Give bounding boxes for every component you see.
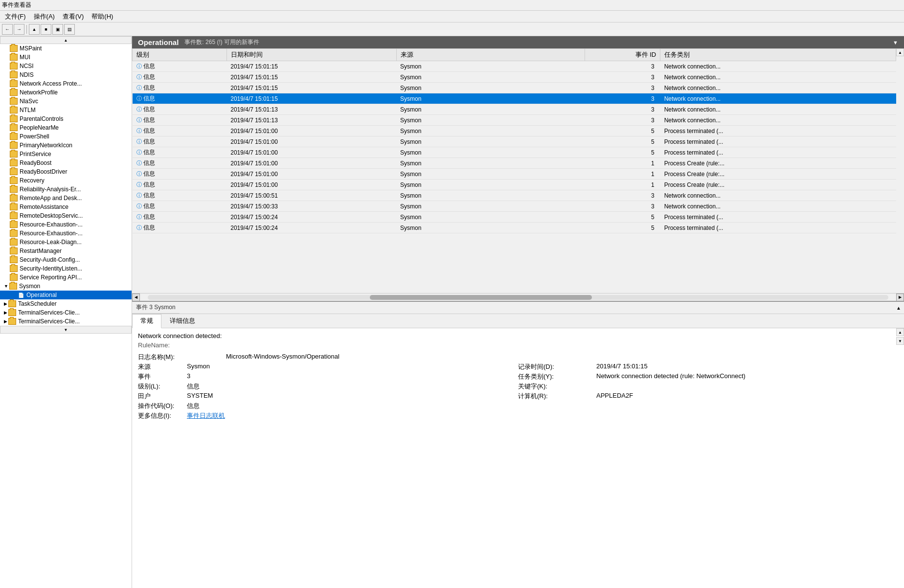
sidebar-item[interactable]: RemoteDesktopServic...: [0, 211, 132, 220]
col-level[interactable]: 级别: [133, 49, 227, 61]
table-row[interactable]: ⓘ信息 2019/4/7 15:00:33 Sysmon 3 Network c…: [133, 201, 896, 212]
sidebar-item[interactable]: PeopleNearMe: [0, 123, 132, 132]
sidebar-item[interactable]: Network Access Prote...: [0, 79, 132, 88]
toolbar-btn1[interactable]: ▲: [29, 24, 40, 35]
detail-expand-btn[interactable]: ▲: [893, 304, 904, 312]
sidebar-item[interactable]: MUI: [0, 53, 132, 62]
h-scroll-area[interactable]: ◀ ▶: [132, 293, 904, 301]
h-scroll-right[interactable]: ▶: [896, 294, 904, 301]
sidebar-item[interactable]: RemoteApp and Desk...: [0, 194, 132, 203]
sidebar-item[interactable]: Resource-Exhaustion-...: [0, 229, 132, 238]
table-row[interactable]: ⓘ信息 2019/4/7 15:01:00 Sysmon 1 Process C…: [133, 169, 896, 180]
cell-id: 3: [585, 201, 660, 212]
table-row[interactable]: ⓘ信息 2019/4/7 15:01:00 Sysmon 5 Process t…: [133, 147, 896, 158]
table-scroll-up[interactable]: ▲: [896, 48, 904, 56]
sidebar-item[interactable]: ReadyBoost: [0, 158, 132, 167]
sidebar-item[interactable]: ▶ TerminalServices-Clie...: [0, 308, 132, 317]
toolbar-back[interactable]: ←: [2, 24, 13, 35]
expand-icon: ▶: [4, 310, 7, 315]
source-value: Sysmon: [187, 362, 518, 371]
sidebar-item-label: NTLM: [20, 107, 36, 113]
sidebar-item[interactable]: NlaSvc: [0, 97, 132, 106]
sidebar-item-label: ReadyBoostDriver: [20, 168, 67, 175]
sidebar-item[interactable]: ReadyBoostDriver: [0, 167, 132, 176]
table-row[interactable]: ⓘ信息 2019/4/7 15:01:13 Sysmon 3 Network c…: [133, 115, 896, 126]
sidebar-item[interactable]: NCSI: [0, 62, 132, 70]
cell-level: ⓘ信息: [133, 136, 227, 147]
menu-action[interactable]: 操作(A): [30, 11, 59, 22]
sidebar-item[interactable]: ParentalControls: [0, 114, 132, 123]
sidebar-item[interactable]: NDIS: [0, 70, 132, 79]
table-row[interactable]: ⓘ信息 2019/4/7 15:01:13 Sysmon 3 Network c…: [133, 104, 896, 115]
sidebar-item[interactable]: NTLM: [0, 106, 132, 114]
table-row[interactable]: ⓘ信息 2019/4/7 15:01:15 Sysmon 3 Network c…: [133, 72, 896, 83]
sidebar-scroll-down[interactable]: ▼: [0, 326, 132, 334]
detail-scroll-btns: ▲ ▼: [896, 328, 904, 345]
detail-scroll-up[interactable]: ▲: [896, 328, 904, 336]
sidebar-item[interactable]: RemoteAssistance: [0, 203, 132, 211]
sidebar-item[interactable]: ▶ TaskScheduler: [0, 299, 132, 308]
level-label: 级别(L):: [138, 382, 187, 391]
sidebar-item[interactable]: ▶ TerminalServices-Clie...: [0, 317, 132, 326]
sidebar-item-label: MUI: [20, 54, 30, 61]
cell-datetime: 2019/4/7 15:00:33: [226, 201, 396, 212]
sidebar-item[interactable]: RestartManager: [0, 247, 132, 255]
sidebar-item[interactable]: Security-Audit-Config...: [0, 255, 132, 264]
folder-icon: [10, 71, 18, 78]
sidebar-item[interactable]: Resource-Leak-Diagn...: [0, 238, 132, 247]
cell-category: Network connection...: [660, 190, 896, 201]
sidebar-item-recovery[interactable]: Recovery: [0, 176, 132, 185]
cell-datetime: 2019/4/7 15:01:13: [226, 104, 396, 115]
sidebar-item[interactable]: PrimaryNetworkIcon: [0, 141, 132, 150]
menu-file[interactable]: 文件(F): [1, 11, 30, 22]
table-row[interactable]: ⓘ信息 2019/4/7 15:00:51 Sysmon 3 Network c…: [133, 190, 896, 201]
cell-source: Sysmon: [396, 104, 585, 115]
toolbar-btn3[interactable]: ▣: [52, 24, 63, 35]
sidebar-item[interactable]: Reliability-Analysis-Er...: [0, 185, 132, 194]
toolbar-btn4[interactable]: ▤: [64, 24, 75, 35]
tab-general[interactable]: 常规: [132, 314, 161, 328]
cell-id: 1: [585, 169, 660, 180]
panel-collapse-btn[interactable]: ▼: [893, 40, 898, 45]
sidebar-scroll-up[interactable]: ▲: [0, 36, 132, 44]
table-row[interactable]: ⓘ信息 2019/4/7 15:01:15 Sysmon 3 Network c…: [133, 61, 896, 72]
col-datetime[interactable]: 日期和时间: [226, 49, 396, 61]
col-category[interactable]: 任务类别: [660, 49, 896, 61]
cell-id: 3: [585, 61, 660, 72]
folder-icon: [10, 142, 18, 149]
col-eventid[interactable]: 事件 ID: [585, 49, 660, 61]
user-value: SYSTEM: [187, 392, 518, 401]
table-row[interactable]: ⓘ信息 2019/4/7 15:01:15 Sysmon 3 Network c…: [133, 93, 896, 104]
sidebar-item[interactable]: NetworkProfile: [0, 88, 132, 97]
table-row[interactable]: ⓘ信息 2019/4/7 15:01:00 Sysmon 5 Process t…: [133, 126, 896, 136]
sidebar-item[interactable]: MSPaint: [0, 44, 132, 53]
table-row[interactable]: ⓘ信息 2019/4/7 15:01:15 Sysmon 3 Network c…: [133, 83, 896, 93]
table-row[interactable]: ⓘ信息 2019/4/7 15:00:24 Sysmon 5 Process t…: [133, 212, 896, 223]
more-info-link[interactable]: 事件日志联机: [187, 411, 518, 420]
sidebar-item-operational[interactable]: 📄 Operational: [0, 291, 132, 299]
h-scroll-track: [148, 295, 888, 300]
table-row[interactable]: ⓘ信息 2019/4/7 15:01:00 Sysmon 5 Process t…: [133, 136, 896, 147]
col-source[interactable]: 来源: [396, 49, 585, 61]
expand-icon: ▶: [4, 301, 7, 306]
detail-scroll-down[interactable]: ▼: [896, 337, 904, 345]
table-row[interactable]: ⓘ信息 2019/4/7 15:00:24 Sysmon 5 Process t…: [133, 223, 896, 233]
sidebar-item[interactable]: PowerShell: [0, 132, 132, 141]
cell-source: Sysmon: [396, 61, 585, 72]
sidebar-item[interactable]: Service Reporting API...: [0, 273, 132, 282]
event-table-scroll[interactable]: 级别 日期和时间 来源 事件 ID 任务类别 ⓘ信息 2019/4/7 15:0…: [132, 48, 896, 293]
h-scroll-left[interactable]: ◀: [132, 294, 140, 301]
toolbar-btn2[interactable]: ■: [41, 24, 51, 35]
sidebar-item[interactable]: Security-IdentityListen...: [0, 264, 132, 273]
toolbar-forward[interactable]: →: [14, 24, 24, 35]
cell-source: Sysmon: [396, 169, 585, 180]
sidebar-item[interactable]: PrintService: [0, 150, 132, 158]
cell-category: Process Create (rule:...: [660, 180, 896, 190]
sidebar-item-sysmon[interactable]: ▼ Sysmon: [0, 282, 132, 291]
tab-details[interactable]: 详细信息: [161, 314, 203, 328]
table-row[interactable]: ⓘ信息 2019/4/7 15:01:00 Sysmon 1 Process C…: [133, 158, 896, 169]
menu-view[interactable]: 查看(V): [59, 11, 88, 22]
menu-help[interactable]: 帮助(H): [88, 11, 117, 22]
table-row[interactable]: ⓘ信息 2019/4/7 15:01:00 Sysmon 1 Process C…: [133, 180, 896, 190]
sidebar-item[interactable]: Resource-Exhaustion-...: [0, 220, 132, 229]
